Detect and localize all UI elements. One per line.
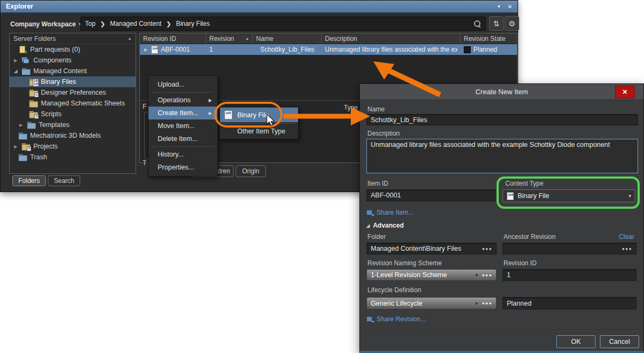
sidebar-tabs: Folders Search	[12, 175, 80, 186]
item-id-label: Item ID	[367, 180, 388, 187]
sidebar-item-managed-content[interactable]: ◢ Managed Content	[10, 66, 136, 76]
description-field[interactable]: Unmanaged library files associated with …	[366, 139, 638, 173]
table-row[interactable]: ▶ ABF-0001 1 Schottky_Lib_Files Unmanage…	[140, 44, 517, 55]
menu-separator	[152, 92, 214, 93]
breadcrumb-chevron-icon: ❯	[166, 20, 171, 27]
screenshot-canvas: Explorer ▾ ✕ Company Workspace ▾ Top ❯ M…	[0, 0, 644, 353]
sort-asc-icon: ▲	[245, 37, 249, 40]
share-revision-link[interactable]: Share Revision...	[366, 315, 426, 323]
menu-item-upload[interactable]: Upload...	[148, 78, 217, 91]
share-icon	[366, 316, 373, 322]
share-icon	[366, 210, 373, 216]
server-folders-header[interactable]: Server Folders ▲	[10, 33, 136, 44]
breadcrumb: Top ❯ Managed Content ❯ Binary Files	[80, 17, 486, 31]
tab-search[interactable]: Search	[48, 175, 80, 186]
panel-close-icon[interactable]: ✕	[508, 4, 512, 10]
sidebar-item-components[interactable]: ▶ Components	[10, 55, 136, 66]
folder-field[interactable]: Managed Content\Binary Files ●●●	[366, 243, 497, 255]
breadcrumb-item-binary-files[interactable]: Binary Files	[176, 20, 210, 27]
cancel-button[interactable]: Cancel	[600, 335, 639, 348]
item-id-field[interactable]: ABF-0001	[366, 189, 496, 201]
share-item-link[interactable]: Share Item...	[366, 209, 414, 216]
workspace-label: Company Workspace	[10, 20, 76, 28]
sidebar-item-projects[interactable]: ▶ P Projects	[10, 141, 136, 152]
schematic-sheets-icon	[29, 100, 38, 107]
ellipsis-button[interactable]: ●●●	[482, 301, 492, 306]
ok-button[interactable]: OK	[556, 335, 596, 348]
breadcrumb-toolbar: Company Workspace ▾ Top ❯ Managed Conten…	[1, 13, 518, 35]
breadcrumb-item-top[interactable]: Top	[85, 20, 95, 27]
name-field[interactable]: Schottky_Lib_Files	[366, 114, 638, 125]
advanced-section-header[interactable]: ◢ Advanced	[366, 222, 404, 229]
menu-item-operations[interactable]: Operations ▶	[148, 94, 217, 107]
cell-state: Planned	[473, 46, 497, 53]
column-revision-id[interactable]: Revision ID	[140, 33, 206, 44]
projects-folder-icon: P	[22, 143, 30, 150]
breadcrumb-item-managed-content[interactable]: Managed Content	[110, 20, 161, 27]
part-requests-icon	[18, 46, 27, 53]
dialog-close-button[interactable]: ✕	[615, 86, 635, 98]
menu-item-properties[interactable]: Properties...	[148, 161, 217, 174]
scripts-folder-icon: S	[29, 111, 38, 118]
menu-item-delete-item[interactable]: Delete Item...	[148, 132, 217, 145]
column-revision[interactable]: Revision ▲	[206, 33, 253, 44]
sidebar-item-managed-schematic-sheets[interactable]: Managed Schematic Sheets	[10, 98, 136, 109]
binary-file-icon	[151, 46, 158, 54]
chevron-right-icon[interactable]: ▶	[13, 144, 18, 149]
close-icon: ✕	[622, 88, 627, 96]
sidebar-item-designer-preferences[interactable]: ⚙ Designer Preferences	[10, 87, 136, 98]
ellipsis-button[interactable]: ●●●	[482, 273, 492, 278]
sidebar-item-templates[interactable]: ▶ Templates	[10, 119, 136, 130]
search-icon[interactable]	[474, 20, 481, 27]
sidebar-item-mechatronic-3d-models[interactable]: Mechatronic 3D Models	[10, 130, 136, 141]
chevron-right-icon[interactable]: ▶	[13, 58, 18, 63]
cell-revision: 1	[209, 46, 213, 53]
dialog-footer-separator	[360, 330, 643, 330]
column-description[interactable]: Description	[322, 33, 461, 44]
advanced-collapse-icon: ◢	[366, 223, 370, 228]
revision-id-field[interactable]: 1	[503, 269, 636, 281]
ancestor-revision-field[interactable]: ●●●	[503, 243, 636, 255]
panel-collapse-icon[interactable]: ▾	[498, 4, 500, 10]
cell-name: Schottky_Lib_Files	[260, 46, 315, 53]
settings-button[interactable]: ⚙	[505, 16, 519, 31]
chevron-expanded-icon[interactable]: ◢	[13, 68, 18, 74]
revision-naming-scheme-label: Revision Naming Scheme	[367, 259, 442, 267]
breadcrumb-chevron-icon: ❯	[100, 20, 105, 27]
lifecycle-definition-dropdown[interactable]: Generic Lifecycle ▾ ●●●	[366, 297, 497, 309]
column-revision-state[interactable]: Revision State	[461, 33, 517, 44]
row-expand-icon[interactable]: ▶	[143, 47, 148, 52]
sidebar-item-binary-files[interactable]: 1010 Binary Files	[10, 76, 136, 87]
preferences-folder-icon: ⚙	[29, 89, 38, 96]
tab-origin[interactable]: Origin	[236, 165, 266, 177]
pane-label-fragment: T	[143, 159, 146, 167]
chevron-right-icon[interactable]: ▶	[18, 123, 24, 128]
panel-title: Explorer	[6, 3, 33, 10]
tab-folders[interactable]: Folders	[12, 175, 46, 186]
templates-folder-icon	[27, 122, 36, 129]
ellipsis-button[interactable]: ●●●	[622, 246, 632, 251]
pane-collapse-icon: ▲	[128, 36, 132, 41]
menu-item-move-item[interactable]: Move Item...	[148, 119, 217, 132]
components-icon	[22, 57, 30, 64]
folder-label: Folder	[367, 233, 386, 241]
sync-icon: ⇅	[493, 19, 500, 28]
lifecycle-state-field[interactable]: Planned	[503, 297, 636, 309]
sync-button[interactable]: ⇅	[489, 16, 504, 31]
column-name[interactable]: Name	[253, 33, 322, 44]
revision-naming-scheme-dropdown[interactable]: 1-Level Revision Scheme ▾ ●●●	[366, 269, 497, 281]
ellipsis-button[interactable]: ●●●	[482, 246, 492, 251]
explorer-titlebar[interactable]: Explorer ▾ ✕	[1, 1, 518, 13]
menu-item-create-item[interactable]: Create Item... ▶	[148, 107, 217, 119]
menu-item-history[interactable]: History...	[148, 148, 217, 161]
revision-id-label: Revision ID	[504, 259, 536, 267]
table-header: Revision ID Revision ▲ Name Description …	[140, 33, 517, 44]
clear-link[interactable]: Clear	[619, 233, 634, 241]
sidebar-item-part-requests[interactable]: Part requests (0)	[10, 44, 136, 55]
chevron-down-icon: ▾	[475, 301, 478, 306]
sidebar-item-trash[interactable]: Trash	[10, 152, 136, 163]
sidebar-item-scripts[interactable]: S Scripts	[10, 109, 136, 119]
trash-folder-icon	[18, 154, 27, 161]
cell-revision-id: ABF-0001	[161, 46, 190, 53]
workspace-selector[interactable]: Company Workspace ▾	[10, 20, 81, 28]
